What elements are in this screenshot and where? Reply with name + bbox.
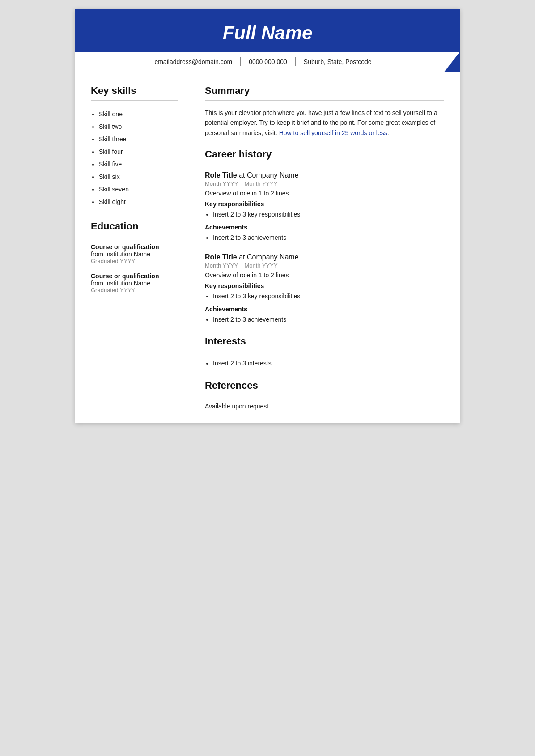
- job-entry: Role Title at Company Name Month YYYY – …: [205, 171, 444, 243]
- skills-title: Key skills: [91, 85, 178, 97]
- summary-text: This is your elevator pitch where you ha…: [205, 108, 444, 138]
- responsibilities-list: Insert 2 to 3 key responsibilities: [205, 291, 444, 302]
- skill-item: Skill seven: [99, 183, 178, 195]
- references-text: Available upon request: [205, 403, 444, 410]
- references-divider: [205, 395, 444, 395]
- edu-graduated: Graduated YYYY: [91, 287, 178, 293]
- edu-graduated: Graduated YYYY: [91, 258, 178, 264]
- skill-item: Skill two: [99, 120, 178, 133]
- phone: 0000 000 000: [249, 58, 287, 65]
- full-name: Full Name: [93, 22, 442, 52]
- achievements-title: Achievements: [205, 306, 444, 313]
- interests-list: Insert 2 to 3 interests: [205, 358, 444, 369]
- interest-item: Insert 2 to 3 interests: [213, 358, 444, 369]
- main-content: Key skills Skill oneSkill twoSkill three…: [75, 72, 460, 423]
- job-role-rest: at Company Name: [237, 253, 299, 261]
- location: Suburb, State, Postcode: [304, 58, 372, 65]
- education-section: Education Course or qualification from I…: [91, 221, 178, 293]
- edu-institution: from Institution Name: [91, 251, 178, 258]
- responsibility-item: Insert 2 to 3 key responsibilities: [213, 209, 444, 220]
- achievements-title: Achievements: [205, 224, 444, 231]
- job-dates: Month YYYY – Month YYYY: [205, 180, 444, 187]
- references-section: References Available upon request: [205, 380, 444, 410]
- skill-item: Skill five: [99, 158, 178, 170]
- right-column: Summary This is your elevator pitch wher…: [191, 85, 460, 410]
- achievements-list: Insert 2 to 3 achievements: [205, 314, 444, 325]
- separator-2: [295, 57, 296, 66]
- career-divider: [205, 164, 444, 164]
- career-jobs: Role Title at Company Name Month YYYY – …: [205, 171, 444, 325]
- responsibility-item: Insert 2 to 3 key responsibilities: [213, 291, 444, 302]
- responsibilities-list: Insert 2 to 3 key responsibilities: [205, 209, 444, 220]
- job-dates: Month YYYY – Month YYYY: [205, 262, 444, 269]
- interests-divider: [205, 351, 444, 351]
- left-column: Key skills Skill oneSkill twoSkill three…: [75, 85, 191, 410]
- resume-document: Full Name emailaddress@domain.com 0000 0…: [75, 9, 460, 423]
- skill-item: Skill six: [99, 170, 178, 183]
- achievement-item: Insert 2 to 3 achievements: [213, 233, 444, 243]
- education-divider: [91, 236, 178, 236]
- career-section: Career history Role Title at Company Nam…: [205, 149, 444, 325]
- interests-section: Interests Insert 2 to 3 interests: [205, 336, 444, 369]
- email: emailaddress@domain.com: [154, 58, 232, 65]
- job-overview: Overview of role in 1 to 2 lines: [205, 272, 444, 279]
- summary-section: Summary This is your elevator pitch wher…: [205, 85, 444, 138]
- skill-item: Skill one: [99, 108, 178, 120]
- responsibilities-title: Key responsibilities: [205, 282, 444, 289]
- skill-item: Skill eight: [99, 195, 178, 208]
- job-entry: Role Title at Company Name Month YYYY – …: [205, 253, 444, 325]
- job-title-line: Role Title at Company Name: [205, 253, 444, 261]
- summary-divider: [205, 100, 444, 101]
- education-entry: Course or qualification from Institution…: [91, 272, 178, 293]
- header-section: Full Name emailaddress@domain.com 0000 0…: [75, 9, 460, 72]
- references-title: References: [205, 380, 444, 391]
- skills-divider: [91, 100, 178, 101]
- edu-course: Course or qualification: [91, 243, 178, 251]
- job-role-bold: Role Title: [205, 171, 237, 179]
- separator-1: [240, 57, 241, 66]
- skill-item: Skill three: [99, 133, 178, 145]
- interests-title: Interests: [205, 336, 444, 347]
- job-title-line: Role Title at Company Name: [205, 171, 444, 179]
- summary-link[interactable]: How to sell yourself in 25 words or less: [279, 129, 387, 136]
- education-entry: Course or qualification from Institution…: [91, 243, 178, 264]
- education-entries: Course or qualification from Institution…: [91, 243, 178, 293]
- skills-list: Skill oneSkill twoSkill threeSkill fourS…: [91, 108, 178, 208]
- contact-bar: emailaddress@domain.com 0000 000 000 Sub…: [75, 52, 460, 72]
- skills-section: Key skills Skill oneSkill twoSkill three…: [91, 85, 178, 208]
- career-title: Career history: [205, 149, 444, 160]
- job-role-rest: at Company Name: [237, 171, 299, 179]
- achievements-list: Insert 2 to 3 achievements: [205, 233, 444, 243]
- skill-item: Skill four: [99, 145, 178, 158]
- achievement-item: Insert 2 to 3 achievements: [213, 314, 444, 325]
- edu-course: Course or qualification: [91, 272, 178, 280]
- edu-institution: from Institution Name: [91, 280, 178, 287]
- job-role-bold: Role Title: [205, 253, 237, 261]
- summary-title: Summary: [205, 85, 444, 97]
- responsibilities-title: Key responsibilities: [205, 200, 444, 208]
- education-title: Education: [91, 221, 178, 232]
- job-overview: Overview of role in 1 to 2 lines: [205, 190, 444, 197]
